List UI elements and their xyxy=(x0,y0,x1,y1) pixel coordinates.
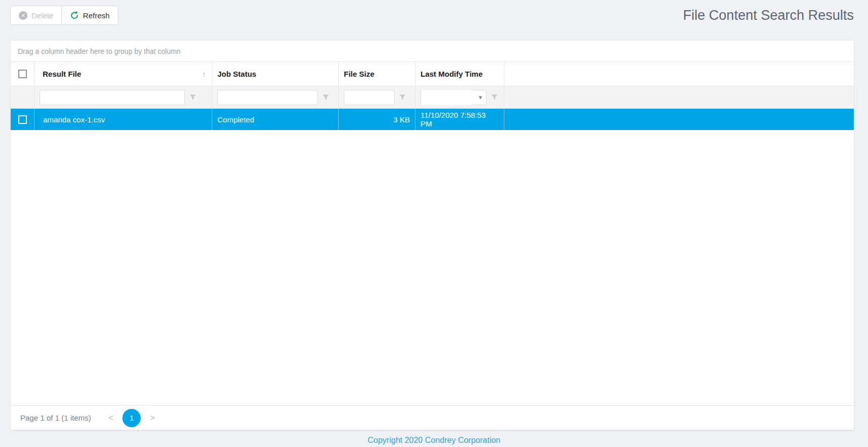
pager-page-1[interactable]: 1 xyxy=(122,409,141,427)
row-cell-file-size[interactable]: 3 KB xyxy=(338,109,415,130)
chevron-down-icon[interactable]: ▾ xyxy=(478,93,482,101)
table-row-selected[interactable]: amanda cox-1.csv Completed 3 KB 11/10/20… xyxy=(11,109,854,130)
filter-cell-job-status xyxy=(212,86,338,108)
copyright-link[interactable]: Copyright 2020 Condrey Corporation xyxy=(368,436,500,444)
last-modify-time-value: 11/10/2020 7:58:53 PM xyxy=(421,111,499,128)
topbar: ✕ Delete Refresh File Content Search Res… xyxy=(0,0,868,30)
sort-ascending-icon[interactable]: ↑ xyxy=(202,70,206,78)
header-cell-filler xyxy=(504,62,854,86)
header-cell-result-file[interactable]: Result File ↑ xyxy=(34,62,212,86)
filter-input-last-modify-time[interactable] xyxy=(421,90,472,105)
filter-input-file-size[interactable] xyxy=(344,90,395,105)
header-cell-job-status[interactable]: Job Status xyxy=(212,62,338,86)
filter-input-result-file[interactable] xyxy=(40,90,185,105)
filter-funnel-icon-last-modify-time[interactable] xyxy=(491,94,498,101)
page-footer: Copyright 2020 Condrey Corporation xyxy=(0,436,868,445)
grid-header-row: Result File ↑ Job Status File Size Last … xyxy=(11,62,854,86)
page-title: File Content Search Results xyxy=(683,8,854,23)
filter-input-job-status[interactable] xyxy=(217,90,318,105)
header-cell-file-size[interactable]: File Size xyxy=(338,62,415,86)
row-cell-result-file[interactable]: amanda cox-1.csv xyxy=(34,109,212,130)
result-file-value: amanda cox-1.csv xyxy=(43,115,105,124)
results-grid-panel: Drag a column header here to group by th… xyxy=(11,41,854,430)
column-label-job-status: Job Status xyxy=(217,70,256,78)
grid-empty-area xyxy=(11,130,854,405)
filter-date-select-last-modify-time[interactable]: ▾ xyxy=(421,90,487,105)
select-all-checkbox[interactable] xyxy=(18,70,27,78)
header-cell-select-all xyxy=(11,62,34,86)
pager-summary: Page 1 of 1 (1 items) xyxy=(20,413,91,422)
header-cell-last-modify-time[interactable]: Last Modify Time xyxy=(415,62,504,86)
filter-cell-result-file xyxy=(34,86,212,108)
delete-button[interactable]: ✕ Delete xyxy=(10,6,62,25)
filter-funnel-icon-job-status[interactable] xyxy=(323,94,329,101)
row-checkbox[interactable] xyxy=(18,115,27,124)
column-label-file-size: File Size xyxy=(344,70,374,78)
refresh-button[interactable]: Refresh xyxy=(62,6,118,25)
pager: Page 1 of 1 (1 items) < 1 > xyxy=(11,405,854,430)
filter-cell-file-size xyxy=(338,86,415,108)
job-status-value: Completed xyxy=(217,115,254,124)
group-by-panel[interactable]: Drag a column header here to group by th… xyxy=(11,41,854,62)
filter-cell-filler xyxy=(504,86,854,108)
file-size-value: 3 KB xyxy=(393,115,410,124)
grid-filter-row: ▾ xyxy=(11,86,854,109)
column-label-last-modify-time: Last Modify Time xyxy=(421,70,483,78)
filter-funnel-icon-file-size[interactable] xyxy=(399,94,406,101)
delete-button-label: Delete xyxy=(31,11,53,20)
row-cell-checkbox xyxy=(11,109,34,130)
filter-cell-last-modify-time: ▾ xyxy=(415,86,504,108)
refresh-button-label: Refresh xyxy=(83,11,110,20)
pager-next-icon[interactable]: > xyxy=(148,413,157,423)
row-cell-filler[interactable] xyxy=(504,109,854,130)
row-cell-job-status[interactable]: Completed xyxy=(212,109,338,130)
row-cell-last-modify-time[interactable]: 11/10/2020 7:58:53 PM xyxy=(415,109,504,130)
column-label-result-file: Result File xyxy=(43,70,81,78)
pager-prev-icon[interactable]: < xyxy=(106,413,115,423)
filter-cell-checkbox xyxy=(11,86,34,108)
delete-icon: ✕ xyxy=(19,11,27,20)
filter-funnel-icon-result-file[interactable] xyxy=(189,94,196,101)
refresh-icon xyxy=(70,11,79,20)
toolbar-button-group: ✕ Delete Refresh xyxy=(10,6,118,25)
group-by-hint: Drag a column header here to group by th… xyxy=(18,47,181,55)
